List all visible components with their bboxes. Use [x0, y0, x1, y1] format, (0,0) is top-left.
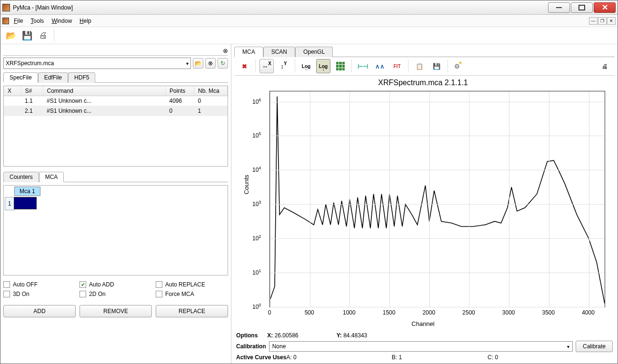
col-snum[interactable]: S#: [21, 86, 43, 96]
maximize-button[interactable]: [571, 2, 593, 13]
col-x[interactable]: X: [4, 86, 21, 96]
open-folder-button[interactable]: 📂: [193, 58, 203, 69]
right-pane: MCA SCAN OpenGL ✖ ↔X ↕Y Log↔ Log↕ ⊢⊣: [231, 44, 618, 364]
mca-selection-box: Mca 1 1: [3, 185, 228, 275]
mdi-close-button[interactable]: ✕: [607, 17, 616, 25]
plot-tabs: MCA SCAN OpenGL: [234, 46, 615, 57]
panel-close-icon[interactable]: ⊗: [223, 47, 228, 54]
col-points[interactable]: Points: [166, 86, 194, 96]
x-axis-label: Channel: [411, 320, 434, 327]
calibrate-button[interactable]: Calibrate: [576, 341, 613, 352]
mdi-minimize-button[interactable]: —: [589, 17, 598, 25]
calibration-row: Calibration None ▾ Calibrate: [234, 340, 615, 353]
dropdown-icon: ▾: [186, 61, 189, 66]
app-icon: [2, 4, 10, 11]
plot-wrap: XRFSpectrum.mca 2.1.1.1 Counts Channel 1…: [234, 76, 615, 362]
data-type-tabs: Counters MCA: [3, 171, 228, 182]
mca-cell-selected[interactable]: [14, 197, 37, 209]
remove-source-button[interactable]: ⊗: [205, 58, 216, 69]
print-plot-icon[interactable]: 🖨: [598, 59, 612, 73]
menu-window[interactable]: Window: [49, 16, 75, 26]
tab-specfile[interactable]: SpecFile: [3, 72, 38, 83]
tab-counters[interactable]: Counters: [3, 172, 39, 182]
save-curve-icon[interactable]: 💾: [429, 59, 444, 73]
tab-mca[interactable]: MCA: [39, 172, 64, 182]
remove-button[interactable]: REMOVE: [80, 305, 152, 317]
active-curve-label: Active Curve Uses: [236, 354, 286, 361]
coef-b: B: 1: [392, 354, 402, 361]
plot-toolbar: ✖ ↔X ↕Y Log↔ Log↕ ⊢⊣ ∧∧ FIT 📋 💾: [234, 57, 615, 76]
autoscale-y-button[interactable]: ↕Y: [277, 59, 291, 73]
app-window: PyMca - [Main Window] ✕ File Tools Windo…: [0, 0, 618, 364]
options-checkboxes: Auto OFF ✔ Auto ADD Auto REPLACE 3D On 2…: [3, 281, 228, 297]
file-combobox-value: XRFSpectrum.mca: [6, 60, 54, 67]
check-auto-off[interactable]: Auto OFF: [3, 281, 76, 288]
check-force-mca[interactable]: Force MCA: [156, 291, 228, 297]
checkbox-icon: [3, 291, 10, 297]
table-row[interactable]: 2.1 #S1 Unknown c... 0 1: [4, 106, 228, 116]
tab-plot-scan[interactable]: SCAN: [263, 47, 295, 57]
print-icon[interactable]: 🖨: [38, 30, 49, 41]
toggle-grid-button[interactable]: [333, 59, 348, 73]
menu-help[interactable]: Help: [77, 16, 94, 26]
log-y-button[interactable]: Log↕: [316, 59, 330, 73]
add-button[interactable]: ADD: [3, 305, 76, 317]
energy-axis-icon[interactable]: ⊢⊣: [356, 59, 370, 73]
scan-table-header: X S# Command Points Nb. Mca: [4, 86, 228, 96]
tab-hdf5[interactable]: HDF5: [68, 72, 95, 83]
active-curve-row: Active Curve UsesA: 0 B: 1 C: 0: [234, 353, 615, 362]
mdi-restore-button[interactable]: ❐: [598, 17, 607, 25]
y-pos-label: Y:: [337, 332, 342, 339]
left-pane: ⊗ XRFSpectrum.mca ▾ 📂 ⊗ ↻ SpecFile EdfFi…: [0, 44, 231, 364]
plot-area[interactable]: XRFSpectrum.mca 2.1.1.1 Counts Channel 1…: [236, 78, 610, 330]
clear-icon[interactable]: ✖: [237, 59, 251, 73]
table-row[interactable]: 1.1 #S1 Unknown c... 4096 0: [4, 96, 228, 106]
refresh-button[interactable]: ↻: [218, 58, 228, 69]
open-file-icon[interactable]: 📂: [5, 30, 17, 41]
x-pos-label: X:: [267, 332, 273, 339]
check-2d-on[interactable]: 2D On: [80, 291, 152, 297]
dropdown-icon: ▾: [567, 344, 569, 349]
autoscale-x-button[interactable]: ↔X: [259, 59, 274, 73]
check-auto-add[interactable]: ✔ Auto ADD: [80, 281, 152, 288]
content: ⊗ XRFSpectrum.mca ▾ 📂 ⊗ ↻ SpecFile EdfFi…: [0, 44, 618, 364]
col-nbmca[interactable]: Nb. Mca: [194, 86, 228, 96]
fit-icon[interactable]: FIT: [390, 59, 404, 73]
mca-row-number[interactable]: 1: [5, 197, 14, 210]
tab-plot-opengl[interactable]: OpenGL: [295, 47, 333, 57]
log-x-button[interactable]: Log↔: [299, 59, 313, 73]
tab-plot-mca[interactable]: MCA: [234, 47, 263, 57]
grid-icon: [336, 62, 345, 70]
replace-button[interactable]: REPLACE: [156, 305, 228, 317]
checkbox-icon: [3, 281, 10, 288]
checkbox-icon: [156, 281, 162, 288]
calibration-value: None: [272, 343, 286, 350]
configure-icon[interactable]: ⚙★: [452, 59, 466, 73]
x-pos-value: 26.00586: [275, 332, 299, 339]
menu-file[interactable]: File: [11, 16, 26, 26]
plot-canvas[interactable]: [269, 91, 605, 307]
calibration-select[interactable]: None ▾: [269, 341, 573, 352]
check-3d-on[interactable]: 3D On: [3, 291, 76, 297]
peak-search-icon[interactable]: ∧∧: [373, 59, 387, 73]
check-auto-replace[interactable]: Auto REPLACE: [156, 281, 228, 288]
app-menu-icon[interactable]: [2, 18, 9, 24]
cursor-info-row: Options X: 26.00586 Y: 84.48343: [234, 331, 615, 340]
coef-a: A: 0: [286, 354, 296, 361]
source-tabs: SpecFile EdfFile HDF5: [3, 72, 228, 83]
export-data-icon[interactable]: 📋: [412, 59, 427, 73]
calibration-label: Calibration: [236, 343, 266, 350]
col-command[interactable]: Command: [43, 86, 166, 96]
minimize-button[interactable]: [548, 2, 570, 13]
tab-edffile[interactable]: EdfFile: [38, 72, 68, 83]
menu-tools[interactable]: Tools: [28, 16, 47, 26]
save-file-icon[interactable]: 💾: [21, 30, 33, 41]
file-combobox[interactable]: XRFSpectrum.mca ▾: [3, 58, 191, 69]
close-button[interactable]: ✕: [594, 2, 616, 13]
scan-table[interactable]: X S# Command Points Nb. Mca 1.1 #S1 Unkn…: [3, 86, 228, 167]
mca-col-header[interactable]: Mca 1: [14, 187, 40, 196]
plot-title: XRFSpectrum.mca 2.1.1.1: [236, 79, 610, 87]
options-link[interactable]: Options: [236, 332, 258, 339]
checkbox-icon: [80, 291, 86, 297]
action-buttons: ADD REMOVE REPLACE: [3, 305, 228, 317]
